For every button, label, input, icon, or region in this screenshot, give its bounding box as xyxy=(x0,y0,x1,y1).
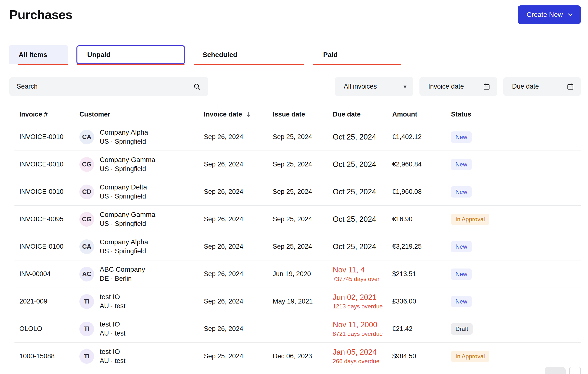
customer-name: test IO xyxy=(100,293,125,301)
col-issue-date[interactable]: Issue date xyxy=(273,111,333,118)
table-row[interactable]: INVOICE-0095 CG Company Gamma US · Sprin… xyxy=(14,206,581,233)
search-input[interactable] xyxy=(17,83,193,90)
col-status[interactable]: Status xyxy=(451,111,581,118)
customer-avatar: CG xyxy=(79,212,94,227)
customer-text: ABC Company DE · Berlin xyxy=(100,266,145,282)
due-date-cell: Jun 02, 2021 1213 days overdue xyxy=(333,293,392,310)
search-icon[interactable] xyxy=(193,83,201,91)
customer-cell: CG Company Gamma US · Springfield xyxy=(79,211,204,228)
table-header: Invoice # Customer Invoice date Issue da… xyxy=(14,106,581,123)
col-invoice-date[interactable]: Invoice date xyxy=(204,111,273,118)
invoice-date: Sep 26, 2024 xyxy=(204,188,273,196)
table-row[interactable]: OLOLO TI test IO AU · test Sep 26, 2024 … xyxy=(14,315,581,343)
status-cell: In Approval xyxy=(451,351,581,362)
tab-all-items[interactable]: All items xyxy=(9,45,68,64)
tab-paid[interactable]: Paid xyxy=(313,45,421,64)
customer-cell: CD Company Delta US · Springfield xyxy=(79,183,204,200)
invoice-date: Sep 26, 2024 xyxy=(204,243,273,250)
customer-text: Company Gamma US · Springfield xyxy=(100,211,155,228)
customer-text: test IO AU · test xyxy=(100,348,125,365)
create-new-label: Create New xyxy=(527,11,563,19)
due-date-value: Nov 11, 2000 xyxy=(333,320,392,329)
table-row[interactable]: INVOICE-0010 CD Company Delta US · Sprin… xyxy=(14,178,581,206)
customer-text: test IO AU · test xyxy=(100,293,125,310)
status-cell: New xyxy=(451,186,581,198)
overdue-label: 1213 days overdue xyxy=(333,303,392,310)
col-due-date[interactable]: Due date xyxy=(333,111,392,118)
table-row[interactable]: INV-00004 AC ABC Company DE · Berlin Sep… xyxy=(14,260,581,288)
customer-avatar: CD xyxy=(79,185,94,199)
table-row[interactable]: 1000-15088 TI test IO AU · test Sep 25, … xyxy=(14,343,581,370)
table-row[interactable]: INVOICE-0010 CA Company Alpha US · Sprin… xyxy=(14,123,581,151)
due-date-cell: Oct 25, 2024 xyxy=(333,160,392,169)
due-date-cell: Oct 25, 2024 xyxy=(333,215,392,224)
pagination-box[interactable] xyxy=(569,367,581,374)
customer-name: Company Gamma xyxy=(100,156,155,164)
overdue-label: 266 days overdue xyxy=(333,358,392,365)
col-invoice-date-label: Invoice date xyxy=(204,111,242,118)
invoice-date: Sep 26, 2024 xyxy=(204,298,273,305)
due-date-value: Jan 05, 2024 xyxy=(333,348,392,357)
col-invoice-number[interactable]: Invoice # xyxy=(19,111,79,118)
due-date-value: Oct 25, 2024 xyxy=(333,187,392,196)
due-date-cell: Jan 05, 2024 266 days overdue xyxy=(333,348,392,365)
customer-avatar: CA xyxy=(79,130,94,144)
invoice-date: Sep 26, 2024 xyxy=(204,325,273,333)
customer-name: test IO xyxy=(100,320,125,328)
customer-avatar: TI xyxy=(79,294,94,309)
due-date-cell: Oct 25, 2024 xyxy=(333,133,392,141)
issue-date: Sep 25, 2024 xyxy=(273,243,333,250)
due-date-cell: Oct 25, 2024 xyxy=(333,187,392,196)
invoice-number: INVOICE-0100 xyxy=(19,243,79,250)
due-date-value: Oct 25, 2024 xyxy=(333,160,392,169)
invoice-number: INVOICE-0095 xyxy=(19,215,79,223)
invoice-number: INVOICE-0010 xyxy=(19,133,79,141)
customer-cell: TI test IO AU · test xyxy=(79,348,204,365)
tab-scheduled[interactable]: Scheduled xyxy=(194,45,304,64)
customer-location: AU · test xyxy=(100,302,125,310)
customer-location: US · Springfield xyxy=(100,220,155,228)
invoice-filter-select[interactable]: All invoices ▾ xyxy=(335,77,413,96)
col-amount[interactable]: Amount xyxy=(392,111,451,118)
due-date-filter[interactable]: Due date xyxy=(503,77,581,96)
customer-avatar: CG xyxy=(79,157,94,172)
status-badge: New xyxy=(451,131,472,143)
status-cell: New xyxy=(451,159,581,170)
invoices-table: Invoice # Customer Invoice date Issue da… xyxy=(14,106,581,370)
calendar-icon xyxy=(567,83,574,90)
amount: $213.51 xyxy=(392,270,451,278)
pagination-pill[interactable] xyxy=(545,367,566,374)
status-badge: In Approval xyxy=(451,214,489,225)
status-badge: In Approval xyxy=(451,351,489,362)
tab-unpaid[interactable]: Unpaid xyxy=(76,45,185,64)
due-date-filter-label: Due date xyxy=(512,83,539,90)
table-row[interactable]: INVOICE-0100 CA Company Alpha US · Sprin… xyxy=(14,233,581,260)
customer-location: US · Springfield xyxy=(100,138,148,145)
status-cell: New xyxy=(451,296,581,307)
invoice-number: OLOLO xyxy=(19,325,79,333)
due-date-value: Oct 25, 2024 xyxy=(333,133,392,141)
invoice-date-filter[interactable]: Invoice date xyxy=(419,77,497,96)
invoice-date: Sep 26, 2024 xyxy=(204,215,273,223)
invoice-filter-value: All invoices xyxy=(344,83,377,90)
overdue-label: 737745 days over xyxy=(333,276,392,282)
customer-name: Company Alpha xyxy=(100,129,148,136)
customer-cell: CG Company Gamma US · Springfield xyxy=(79,156,204,173)
customer-cell: AC ABC Company DE · Berlin xyxy=(79,266,204,282)
filter-row: All invoices ▾ Invoice date Due date xyxy=(9,77,581,96)
table-row[interactable]: INVOICE-0010 CG Company Gamma US · Sprin… xyxy=(14,151,581,178)
amount: €1,960.08 xyxy=(392,188,451,196)
invoice-number: 2021-009 xyxy=(19,298,79,305)
customer-name: Company Alpha xyxy=(100,238,148,246)
create-new-button[interactable]: Create New xyxy=(518,5,581,24)
table-row[interactable]: 2021-009 TI test IO AU · test Sep 26, 20… xyxy=(14,288,581,315)
customer-text: Company Alpha US · Springfield xyxy=(100,129,148,145)
status-cell: Draft xyxy=(451,323,581,335)
customer-location: US · Springfield xyxy=(100,193,147,200)
customer-name: ABC Company xyxy=(100,266,145,273)
due-date-value: Jun 02, 2021 xyxy=(333,293,392,302)
invoice-date-filter-label: Invoice date xyxy=(428,83,464,90)
customer-location: DE · Berlin xyxy=(100,275,145,282)
customer-text: Company Delta US · Springfield xyxy=(100,183,147,200)
col-customer[interactable]: Customer xyxy=(79,111,204,118)
